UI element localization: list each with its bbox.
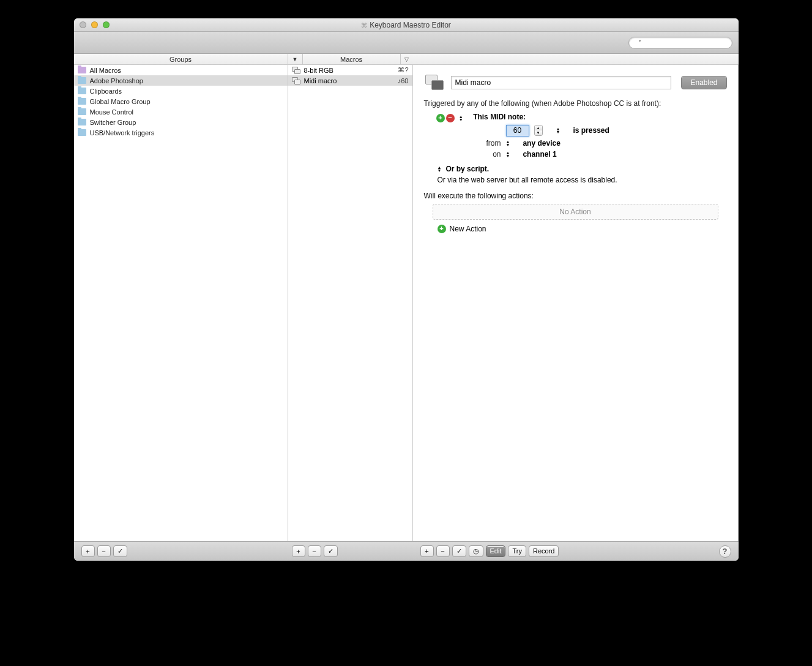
or-web-text: Or via the web server but all remote acc… — [438, 176, 727, 184]
group-usb-network[interactable]: USB/Network triggers — [74, 127, 288, 138]
edit-button[interactable]: Edit — [486, 545, 506, 557]
toggle-macro-button[interactable]: ✓ — [324, 545, 338, 557]
remove-trigger-button[interactable]: − — [446, 114, 455, 122]
record-button[interactable]: Record — [529, 545, 559, 557]
app-window: ⌘Keyboard Maestro Editor Groups ▼ Macros… — [74, 18, 739, 561]
group-label: Clipboards — [90, 88, 122, 95]
body: All Macros Adobe Photoshop Clipboards Gl… — [74, 65, 739, 541]
folder-icon — [78, 77, 86, 84]
help-button[interactable]: ? — [719, 545, 731, 558]
chevron-updown-icon: ▲▼ — [438, 166, 442, 172]
midi-note-input[interactable] — [506, 125, 529, 137]
groups-panel: All Macros Adobe Photoshop Clipboards Gl… — [74, 65, 288, 541]
group-mouse-control[interactable]: Mouse Control — [74, 107, 288, 117]
group-label: Adobe Photoshop — [90, 77, 143, 84]
detail-footer: + − ✓ ◷ Edit Try Record ? — [420, 545, 731, 558]
try-button[interactable]: Try — [508, 545, 526, 557]
toggle-action-button[interactable]: ✓ — [452, 545, 466, 557]
trigger-type-popup[interactable]: This MIDI note: — [467, 113, 526, 121]
group-clipboards[interactable]: Clipboards — [74, 86, 288, 96]
new-action-button[interactable]: + New Action — [438, 225, 727, 233]
folder-icon — [78, 108, 86, 115]
new-action-label: New Action — [450, 225, 486, 233]
group-label: All Macros — [90, 67, 121, 74]
chevron-updown-icon: ▲▼ — [459, 115, 463, 121]
add-macro-button[interactable]: + — [292, 545, 305, 557]
folder-icon — [78, 88, 86, 94]
group-adobe-photoshop[interactable]: Adobe Photoshop — [74, 75, 288, 86]
exec-label: Will execute the following actions: — [424, 192, 727, 200]
detail-panel: Enabled Triggered by any of the followin… — [413, 65, 739, 541]
chevron-updown-icon: ▲▼ — [556, 127, 561, 133]
enabled-button[interactable]: Enabled — [681, 76, 726, 89]
clock-button[interactable]: ◷ — [469, 545, 483, 557]
macros-panel: 8-bit RGB ⌘? Midi macro ♪60 — [288, 65, 413, 541]
note-stepper[interactable]: ▲▼ — [534, 125, 543, 136]
search-wrap — [628, 37, 732, 49]
trigger-intro: Triggered by any of the following (when … — [424, 99, 727, 108]
note-row: ▲▼ ▲▼ is pressed — [479, 125, 727, 137]
macro-shortcut: ⌘? — [398, 66, 408, 74]
on-row: on ▲▼ channel 1 — [479, 150, 727, 159]
titlebar: ⌘Keyboard Maestro Editor — [74, 18, 739, 32]
macros-sort-outline[interactable]: ▽ — [401, 54, 413, 64]
remove-macro-button[interactable]: − — [308, 545, 321, 557]
add-group-button[interactable]: + — [81, 545, 95, 557]
macro-name-input[interactable] — [451, 76, 671, 89]
add-action-button[interactable]: + — [420, 545, 434, 557]
remove-group-button[interactable]: − — [97, 545, 111, 557]
toggle-group-button[interactable]: ✓ — [113, 545, 127, 557]
group-label: Global Macro Group — [90, 98, 151, 105]
macros-footer: + − ✓ — [292, 545, 417, 557]
group-global[interactable]: Global Macro Group — [74, 96, 288, 107]
macro-icon — [292, 67, 300, 74]
folder-icon — [78, 98, 86, 105]
macro-icon — [424, 73, 445, 92]
folder-icon — [78, 119, 86, 125]
chevron-updown-icon: ▲▼ — [506, 151, 510, 157]
toolbar — [74, 32, 739, 54]
remove-action-button[interactable]: − — [436, 545, 450, 557]
macro-icon — [292, 77, 300, 84]
channel-popup[interactable]: channel 1 — [516, 150, 556, 159]
group-all-macros[interactable]: All Macros — [74, 65, 288, 75]
or-script-popup[interactable]: ▲▼ Or by script. — [438, 165, 727, 173]
group-label: USB/Network triggers — [90, 129, 155, 137]
macro-shortcut: ♪60 — [398, 77, 409, 84]
add-trigger-button[interactable]: + — [436, 114, 445, 122]
folder-icon — [78, 67, 86, 73]
add-remove-trigger: + − — [436, 114, 455, 122]
macro-8bit-rgb[interactable]: 8-bit RGB ⌘? — [288, 65, 412, 75]
group-label: Mouse Control — [90, 108, 134, 116]
trigger-block: + − ▲▼ This MIDI note: ▲▼ ▲▼ is pressed … — [436, 113, 727, 159]
macros-sort-desc[interactable]: ▼ — [288, 54, 303, 64]
app-icon: ⌘ — [361, 22, 367, 29]
groups-footer: + − ✓ — [81, 545, 288, 557]
groups-header[interactable]: Groups — [74, 54, 288, 64]
from-row: from ▲▼ any device — [479, 139, 727, 148]
from-device-popup[interactable]: any device — [516, 139, 560, 148]
no-action-placeholder[interactable]: No Action — [433, 204, 718, 220]
chevron-updown-icon: ▲▼ — [506, 140, 510, 146]
detail-header: Enabled — [424, 73, 727, 92]
macro-label: Midi macro — [304, 77, 337, 84]
note-action-popup[interactable]: is pressed — [567, 126, 609, 135]
search-input[interactable] — [628, 37, 732, 49]
macro-label: 8-bit RGB — [304, 67, 333, 74]
statusbar: + − ✓ + − ✓ + − ✓ ◷ Edit Try Record ? — [74, 541, 739, 561]
on-label: on — [479, 150, 501, 159]
window-title: ⌘Keyboard Maestro Editor — [74, 21, 739, 29]
group-label: Switcher Group — [90, 119, 136, 126]
folder-icon — [78, 129, 86, 136]
group-switcher[interactable]: Switcher Group — [74, 117, 288, 127]
plus-icon: + — [438, 225, 446, 233]
macro-midi[interactable]: Midi macro ♪60 — [288, 75, 412, 86]
columns-header: Groups ▼ Macros ▽ — [74, 54, 739, 65]
from-label: from — [479, 139, 501, 148]
macros-header[interactable]: Macros — [303, 54, 401, 64]
